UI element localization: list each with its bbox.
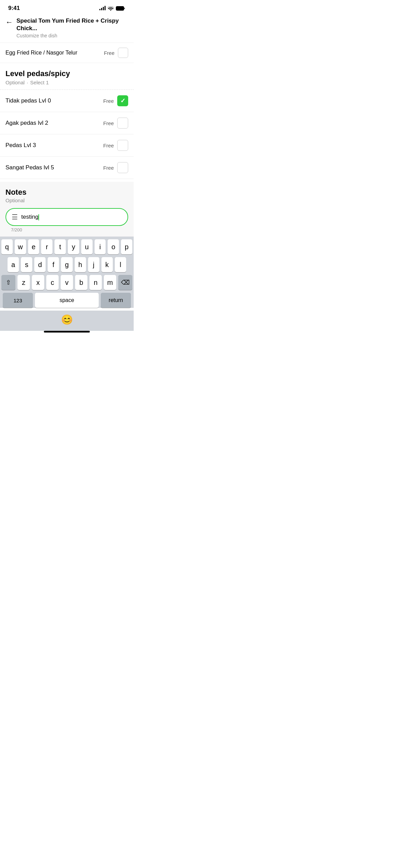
spicy-section-title: Level pedas/spicy (5, 69, 128, 78)
notes-section: Notes Optional ☰ testing 7/200 (0, 182, 134, 237)
page-subtitle: Customize the dish (16, 33, 128, 38)
status-time: 9:41 (8, 5, 20, 12)
key-b[interactable]: b (75, 275, 87, 290)
option-name-1: Tidak pedas Lvl 0 (5, 97, 51, 104)
option-price-3: Free (103, 143, 114, 148)
backspace-key[interactable]: ⌫ (118, 275, 132, 290)
emoji-row: 😊 (0, 311, 134, 331)
key-a[interactable]: a (8, 257, 19, 272)
page-title: Special Tom Yum Fried Rice + Crispy Chic… (16, 17, 128, 32)
status-icons (99, 6, 125, 11)
key-m[interactable]: m (104, 275, 116, 290)
partial-item-checkbox[interactable] (118, 48, 128, 58)
key-z[interactable]: z (17, 275, 30, 290)
option-name-3: Pedas Lvl 3 (5, 142, 36, 149)
option-checkbox-2[interactable] (117, 118, 128, 129)
spicy-options-list: Tidak pedas Lvl 0 Free Agak pedas lvl 2 … (0, 89, 134, 179)
option-row-2[interactable]: Agak pedas lvl 2 Free (0, 112, 134, 134)
option-row-4[interactable]: Sangat Pedas lvl 5 Free (0, 157, 134, 179)
header: ← Special Tom Yum Fried Rice + Crispy Ch… (0, 14, 134, 43)
option-name-2: Agak pedas lvl 2 (5, 120, 48, 126)
option-right-1: Free (103, 95, 128, 106)
key-c[interactable]: c (46, 275, 59, 290)
emoji-button[interactable]: 😊 (61, 314, 73, 325)
option-right-2: Free (103, 118, 128, 129)
key-q[interactable]: q (1, 239, 13, 254)
option-row-3[interactable]: Pedas Lvl 3 Free (0, 134, 134, 157)
notes-input-wrapper[interactable]: ☰ testing (5, 208, 128, 226)
key-p[interactable]: p (121, 239, 132, 254)
spicy-section-meta: Optional · Select 1 (5, 80, 128, 85)
spicy-optional-label: Optional (5, 80, 25, 85)
option-price-4: Free (103, 165, 114, 171)
key-t[interactable]: t (54, 239, 66, 254)
spicy-select-label: Select 1 (30, 80, 49, 85)
option-checkbox-4[interactable] (117, 162, 128, 173)
keyboard-row-1: q w e r t y u i o p (1, 239, 132, 254)
option-checkbox-3[interactable] (117, 140, 128, 151)
key-x[interactable]: x (32, 275, 44, 290)
keyboard-row-3: ⇧ z x c v b n m ⌫ (1, 275, 132, 290)
keyboard: q w e r t y u i o p a s d f g h j k l ⇧ … (0, 237, 134, 308)
header-text: Special Tom Yum Fried Rice + Crispy Chic… (16, 17, 128, 38)
key-n[interactable]: n (89, 275, 102, 290)
text-cursor (38, 214, 39, 220)
option-name-4: Sangat Pedas lvl 5 (5, 164, 54, 171)
notes-optional: Optional (5, 197, 128, 203)
key-l[interactable]: l (115, 257, 126, 272)
key-j[interactable]: j (88, 257, 99, 272)
key-k[interactable]: k (101, 257, 113, 272)
key-f[interactable]: f (48, 257, 59, 272)
partial-item: Egg Fried Rice / Nasgor Telur Free (0, 43, 134, 63)
notes-input[interactable]: testing (21, 214, 122, 220)
home-indicator (44, 331, 90, 333)
svg-rect-1 (117, 7, 123, 10)
key-g[interactable]: g (61, 257, 72, 272)
wifi-icon (108, 6, 114, 11)
key-d[interactable]: d (34, 257, 46, 272)
key-o[interactable]: o (108, 239, 119, 254)
back-button[interactable]: ← (5, 18, 13, 27)
key-e[interactable]: e (28, 239, 39, 254)
key-r[interactable]: r (41, 239, 52, 254)
signal-icon (99, 6, 106, 10)
space-key[interactable]: space (35, 293, 99, 308)
return-key[interactable]: return (101, 293, 131, 308)
option-checkbox-1[interactable] (117, 95, 128, 106)
key-w[interactable]: w (15, 239, 26, 254)
key-s[interactable]: s (21, 257, 32, 272)
keyboard-row-4: 123 space return (1, 293, 132, 308)
meta-dot: · (27, 80, 28, 85)
notes-counter: 7/200 (5, 226, 128, 232)
partial-item-price: Free (104, 50, 114, 56)
content-area: Egg Fried Rice / Nasgor Telur Free Level… (0, 43, 134, 237)
shift-key[interactable]: ⇧ (1, 275, 15, 290)
partial-item-right: Free (104, 48, 128, 58)
option-right-4: Free (103, 162, 128, 173)
keyboard-row-2: a s d f g h j k l (1, 257, 132, 272)
option-row-1[interactable]: Tidak pedas Lvl 0 Free (0, 90, 134, 112)
key-u[interactable]: u (81, 239, 93, 254)
notes-icon: ☰ (12, 213, 18, 221)
partial-item-name: Egg Fried Rice / Nasgor Telur (5, 50, 77, 56)
status-bar: 9:41 (0, 0, 134, 14)
notes-title: Notes (5, 188, 128, 197)
spicy-section: Level pedas/spicy Optional · Select 1 (0, 63, 134, 85)
key-h[interactable]: h (75, 257, 86, 272)
option-right-3: Free (103, 140, 128, 151)
battery-icon (116, 6, 125, 11)
notes-value: testing (21, 214, 38, 220)
key-y[interactable]: y (68, 239, 79, 254)
key-v[interactable]: v (61, 275, 73, 290)
numbers-key[interactable]: 123 (3, 293, 33, 308)
option-price-2: Free (103, 120, 114, 126)
key-i[interactable]: i (95, 239, 106, 254)
option-price-1: Free (103, 98, 114, 104)
